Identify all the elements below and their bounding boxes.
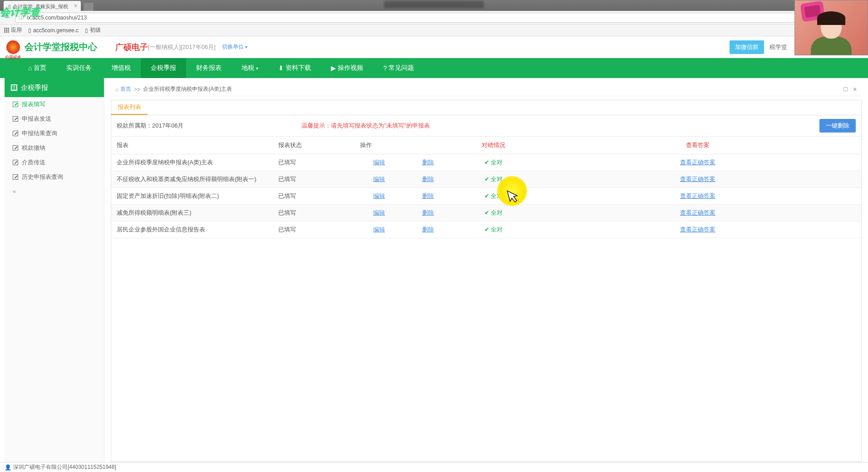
edit-link[interactable]: 编辑: [360, 192, 398, 200]
edit-icon: [13, 160, 18, 165]
site-title: 会计学堂报税中心: [25, 41, 97, 53]
sidebar-item-fill-report[interactable]: 报表填写: [5, 97, 104, 112]
chevron-down-icon: ▾: [256, 66, 258, 71]
view-answer-link[interactable]: 查看正确答案: [540, 158, 856, 167]
nav-download[interactable]: ⬇资料下载: [268, 58, 321, 78]
sidebar-item-payment[interactable]: 税款缴纳: [5, 141, 104, 155]
new-tab-button[interactable]: [84, 3, 94, 11]
delete-link[interactable]: 删除: [409, 158, 447, 167]
compare-result: 全对: [458, 209, 529, 217]
sidebar-label: 报表填写: [22, 100, 45, 108]
sidebar-header: 企税季报: [5, 78, 104, 97]
view-answer-link[interactable]: 查看正确答案: [540, 209, 856, 217]
browser-tab[interactable]: ▯ 会计学堂_真账实操_报税 ×: [4, 1, 81, 11]
switch-unit-dropdown[interactable]: 切换单位: [222, 43, 247, 51]
close-icon[interactable]: ✕: [853, 86, 857, 93]
sidebar: 企税季报 报表填写 申报表发送 申报结果查询 税款缴纳 介质传送 历史申报表查询…: [5, 78, 104, 462]
info-icon[interactable]: ⓘ: [19, 14, 24, 21]
panel-info-row: 税款所属期：2017年06月 温馨提示：请先填写报表状态为"未填写"的申报表 一…: [111, 115, 861, 136]
cell-report-name: 减免所得税额明细表(附表三): [111, 205, 273, 221]
back-button[interactable]: ←: [4, 13, 12, 22]
view-answer-link[interactable]: 查看正确答案: [540, 192, 856, 200]
apps-label: 应用: [11, 26, 22, 34]
nav-faq[interactable]: ?常见问题: [373, 58, 424, 78]
delete-link[interactable]: 删除: [409, 226, 447, 234]
edit-icon: [13, 116, 18, 122]
main-area: ⌂ 首页 >> 企业所得税季度纳税申报表(A类)主表 ☐ ✕ 报表列表 税款所属…: [104, 78, 868, 462]
bookmark-item[interactable]: ▯ acc5com.gensee.c: [28, 27, 79, 34]
url-input[interactable]: ⓘ lx.acc5.com/baoshui/213: [15, 13, 864, 23]
close-icon[interactable]: ×: [74, 3, 77, 9]
sidebar-label: 申报结果查询: [22, 129, 57, 138]
nav-label: 操作视频: [338, 64, 363, 72]
nav-label: 地税: [242, 64, 254, 72]
tab-strip: 报表列表: [111, 100, 861, 115]
nav-label: 首页: [34, 64, 46, 72]
sidebar-label: 介质传送: [22, 158, 45, 167]
col-operation: 操作: [355, 137, 404, 154]
breadcrumb-home[interactable]: 首页: [120, 85, 131, 93]
col-operation2: [404, 137, 453, 154]
sidebar-label: 历史申报表查询: [22, 173, 63, 181]
cell-status: 已填写: [273, 221, 355, 238]
sidebar-item-media-transfer[interactable]: 介质传送: [5, 155, 104, 170]
nav-vat[interactable]: 增值税: [102, 58, 141, 78]
edit-link[interactable]: 编辑: [360, 175, 398, 183]
compare-result: 全对: [458, 192, 529, 200]
maximize-icon[interactable]: ☐: [843, 86, 848, 93]
sidebar-item-send[interactable]: 申报表发送: [5, 112, 104, 126]
page-icon: ▯: [85, 27, 88, 34]
edit-icon: [13, 102, 18, 107]
home-icon: ⌂: [115, 86, 118, 93]
sidebar-item-history[interactable]: 历史申报表查询: [5, 170, 104, 184]
nav-video[interactable]: ▶操作视频: [321, 58, 373, 78]
tax-school-button[interactable]: 税学堂: [764, 40, 793, 54]
nav-label: 常见问题: [389, 64, 414, 72]
nav-label: 资料下载: [286, 64, 311, 72]
clear-all-button[interactable]: 一键删除: [819, 119, 856, 133]
cell-report-name: 企业所得税季度纳税申报表(A类)主表: [111, 154, 273, 171]
nav-fin-report[interactable]: 财务报表: [186, 58, 232, 78]
edit-link[interactable]: 编辑: [360, 226, 398, 234]
nav-tasks[interactable]: 实训任务: [56, 58, 102, 78]
col-report: 报表: [111, 137, 273, 154]
col-answer: 查看答案: [534, 137, 861, 154]
apps-icon: [4, 28, 9, 33]
warning-tip: 温馨提示：请先填写报表状态为"未填写"的申报表: [301, 122, 429, 130]
cell-status: 已填写: [273, 205, 355, 221]
download-icon: ⬇: [278, 64, 284, 72]
edit-link[interactable]: 编辑: [360, 158, 398, 167]
url-text: lx.acc5.com/baoshui/213: [27, 15, 87, 21]
table-row: 不征税收入和税基类减免应纳税所得额明细表(附表一)已填写编辑删除全对查看正确答案: [111, 171, 861, 188]
nav-corp-quarter[interactable]: 企税季报: [141, 58, 186, 78]
question-icon: ?: [383, 64, 387, 72]
webcam-overlay: [794, 0, 868, 55]
sidebar-item-result-query[interactable]: 申报结果查询: [5, 126, 104, 141]
table-row: 固定资产加速折旧(扣除)明细表(附表二)已填写编辑删除全对查看正确答案: [111, 188, 861, 205]
tab-report-list[interactable]: 报表列表: [111, 100, 148, 115]
apps-shortcut[interactable]: 应用: [4, 26, 22, 34]
collapse-sidebar-button[interactable]: «: [5, 184, 104, 198]
view-answer-link[interactable]: 查看正确答案: [540, 226, 856, 234]
page-icon: ▯: [8, 4, 11, 10]
view-answer-link[interactable]: 查看正确答案: [540, 175, 856, 183]
edit-icon: [13, 145, 18, 151]
bookmark-item[interactable]: ▯ 初级: [85, 26, 101, 34]
home-icon: ⌂: [28, 64, 32, 72]
delete-link[interactable]: 删除: [409, 175, 447, 183]
report-panel: 报表列表 税款所属期：2017年06月 温馨提示：请先填写报表状态为"未填写"的…: [111, 100, 862, 462]
breadcrumb-sep: >>: [134, 86, 140, 93]
compare-result: 全对: [458, 158, 529, 167]
compare-result: 全对: [458, 175, 529, 183]
cell-status: 已填写: [273, 188, 355, 205]
edit-link[interactable]: 编辑: [360, 209, 398, 217]
nav-local-tax[interactable]: 地税▾: [232, 58, 268, 78]
sidebar-title: 企税季报: [21, 84, 48, 92]
nav-home[interactable]: ⌂首页: [18, 58, 56, 78]
sidebar-label: 税款缴纳: [22, 144, 45, 152]
cell-report-name: 不征税收入和税基类减免应纳税所得额明细表(附表一): [111, 171, 273, 188]
wechat-group-button[interactable]: 加微信群: [730, 40, 764, 54]
tab-title: 会计学堂_真账实操_报税: [13, 3, 68, 10]
delete-link[interactable]: 删除: [409, 192, 447, 200]
delete-link[interactable]: 删除: [409, 209, 447, 217]
